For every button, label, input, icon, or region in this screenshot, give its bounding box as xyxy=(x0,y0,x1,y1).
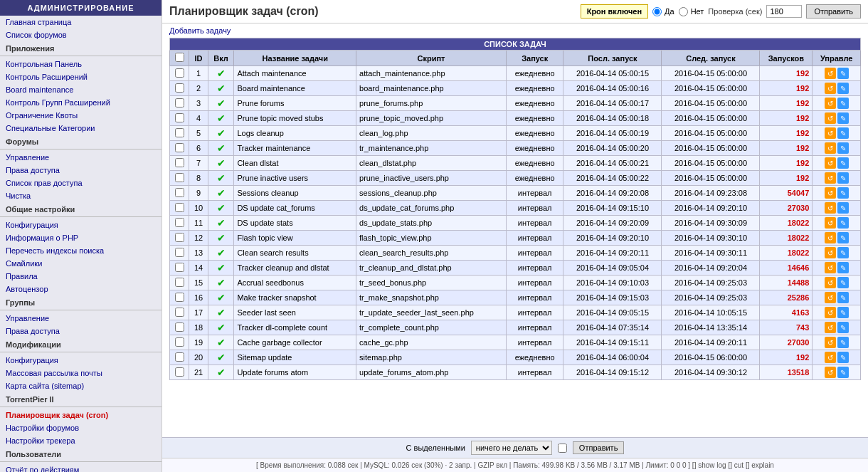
row-refresh-button[interactable]: ↺ xyxy=(825,292,836,303)
row-checkbox[interactable] xyxy=(175,143,184,152)
row-refresh-button[interactable]: ↺ xyxy=(825,277,836,288)
sidebar-item-контрольная-панель[interactable]: Контрольная Панель xyxy=(0,58,162,70)
row-checkbox[interactable] xyxy=(175,337,184,347)
row-edit-button[interactable]: ✎ xyxy=(837,172,849,184)
row-checkbox[interactable] xyxy=(175,113,184,122)
sidebar-item-управление[interactable]: Управление xyxy=(0,312,162,325)
row-refresh-button[interactable]: ↺ xyxy=(825,112,836,124)
sidebar-item-перечесть-индексы-поиска[interactable]: Перечесть индексы поиска xyxy=(0,244,162,257)
row-edit-button[interactable]: ✎ xyxy=(837,98,849,109)
row-edit-button[interactable]: ✎ xyxy=(837,112,849,124)
row-checkbox[interactable] xyxy=(175,293,184,302)
row-edit-button[interactable]: ✎ xyxy=(837,352,849,363)
row-edit-button[interactable]: ✎ xyxy=(837,322,849,333)
row-edit-button[interactable]: ✎ xyxy=(837,127,849,139)
sidebar-item-настройки-форумов[interactable]: Настройки форумов xyxy=(0,421,162,434)
row-refresh-button[interactable]: ↺ xyxy=(825,232,836,243)
row-checkbox[interactable] xyxy=(175,248,184,257)
row-checkbox[interactable] xyxy=(175,278,184,287)
sidebar-item-управление[interactable]: Управление xyxy=(0,151,162,164)
row-edit-button[interactable]: ✎ xyxy=(837,157,849,169)
row-refresh-button[interactable]: ↺ xyxy=(825,83,836,94)
sidebar-item-смайлики[interactable]: Смайлики xyxy=(0,257,162,270)
row-checkbox[interactable] xyxy=(175,352,184,362)
sidebar-item-карта-сайта-sitemap[interactable]: Карта сайта (sitemap) xyxy=(0,379,162,392)
sidebar-item-контроль-групп-расширений[interactable]: Контроль Групп Расширений xyxy=(0,96,162,109)
row-checkbox[interactable] xyxy=(175,188,184,197)
sidebar-item-массовая-рассылка-почты[interactable]: Массовая рассылка почты xyxy=(0,367,162,379)
select-all-checkbox[interactable] xyxy=(175,53,184,62)
row-edit-button[interactable]: ✎ xyxy=(837,142,849,154)
row-edit-button[interactable]: ✎ xyxy=(837,367,849,378)
row-refresh-button[interactable]: ↺ xyxy=(825,142,836,154)
row-checkbox[interactable] xyxy=(175,367,184,377)
row-checkbox[interactable] xyxy=(175,322,184,332)
row-refresh-button[interactable]: ↺ xyxy=(825,262,836,273)
row-edit-button[interactable]: ✎ xyxy=(837,202,849,214)
sidebar-item-информация-о-php[interactable]: Информация о PHP xyxy=(0,231,162,244)
sidebar-item-конфигурация[interactable]: Конфигурация xyxy=(0,219,162,231)
row-refresh-button[interactable]: ↺ xyxy=(825,217,836,229)
row-edit-button[interactable]: ✎ xyxy=(837,337,849,348)
row-refresh-button[interactable]: ↺ xyxy=(825,247,836,258)
sidebar-item-чистка[interactable]: Чистка xyxy=(0,189,162,202)
row-checkbox[interactable] xyxy=(175,68,184,78)
row-edit-button[interactable]: ✎ xyxy=(837,262,849,273)
sidebar-item-автоцензор[interactable]: Автоцензор xyxy=(0,283,162,295)
row-refresh-button[interactable]: ↺ xyxy=(825,337,836,348)
action-select[interactable]: ничего не делать xyxy=(471,441,552,455)
row-refresh-button[interactable]: ↺ xyxy=(825,202,836,214)
row-edit-button[interactable]: ✎ xyxy=(837,217,849,229)
sidebar-item-отчёт-по-действиям[interactable]: Отчёт по действиям xyxy=(0,463,162,472)
sidebar-item-специальные-категории[interactable]: Специальные Категории xyxy=(0,122,162,135)
row-checkbox[interactable] xyxy=(175,218,184,227)
sidebar-item-главная-страница[interactable]: Главная страница xyxy=(0,16,162,28)
sidebar-item-настройки-трекера[interactable]: Настройки трекера xyxy=(0,434,162,447)
row-refresh-button[interactable]: ↺ xyxy=(825,68,836,79)
sidebar-item-контроль-расширений[interactable]: Контроль Расширений xyxy=(0,70,162,83)
row-refresh-button[interactable]: ↺ xyxy=(825,367,836,378)
row-checkbox[interactable] xyxy=(175,263,184,272)
sidebar-item-board-maintenance[interactable]: Board maintenance xyxy=(0,83,162,96)
sidebar-item-правила[interactable]: Правила xyxy=(0,270,162,283)
add-task-link[interactable]: Добавить задачу xyxy=(169,26,231,35)
row-edit-button[interactable]: ✎ xyxy=(837,232,849,243)
row-refresh-button[interactable]: ↺ xyxy=(825,322,836,333)
row-refresh-button[interactable]: ↺ xyxy=(825,98,836,109)
cron-no-radio[interactable] xyxy=(679,7,688,16)
row-edit-button[interactable]: ✎ xyxy=(837,277,849,288)
row-checkbox[interactable] xyxy=(175,233,184,242)
row-edit-button[interactable]: ✎ xyxy=(837,68,849,79)
bottom-send-button[interactable]: Отправить xyxy=(573,441,625,454)
row-refresh-button[interactable]: ↺ xyxy=(825,307,836,318)
row-edit-button[interactable]: ✎ xyxy=(837,187,849,199)
sidebar-item-конфигурация[interactable]: Конфигурация xyxy=(0,354,162,367)
row-refresh-button[interactable]: ↺ xyxy=(825,127,836,139)
sidebar-item-список-прав-доступа[interactable]: Список прав доступа xyxy=(0,177,162,189)
row-refresh-button[interactable]: ↺ xyxy=(825,352,836,363)
row-refresh-button[interactable]: ↺ xyxy=(825,172,836,184)
check-input[interactable] xyxy=(766,5,802,18)
cron-yes-radio[interactable] xyxy=(652,7,662,16)
topbar-send-button[interactable]: Отправить xyxy=(806,4,861,19)
row-refresh-button[interactable]: ↺ xyxy=(825,187,836,199)
row-checkbox[interactable] xyxy=(175,203,184,212)
row-edit-button[interactable]: ✎ xyxy=(837,307,849,318)
row-checkbox[interactable] xyxy=(175,98,184,107)
row-edit-button[interactable]: ✎ xyxy=(837,292,849,303)
sidebar-item-права-доступа[interactable]: Права доступа xyxy=(0,325,162,337)
row-refresh-button[interactable]: ↺ xyxy=(825,157,836,169)
sidebar-item-список-форумов[interactable]: Список форумов xyxy=(0,28,162,41)
row-checkbox[interactable] xyxy=(175,158,184,167)
sidebar-item-ограничение-квоты[interactable]: Ограничение Квоты xyxy=(0,109,162,122)
row-checkbox[interactable] xyxy=(175,308,184,317)
row-edit-button[interactable]: ✎ xyxy=(837,83,849,94)
row-edit-button[interactable]: ✎ xyxy=(837,247,849,258)
bottom-checkbox[interactable] xyxy=(558,444,567,453)
sidebar-item-планировщик-задач-cron[interactable]: Планировщик задач (cron) xyxy=(0,409,162,421)
sidebar-item-права-доступа[interactable]: Права доступа xyxy=(0,164,162,177)
row-checkbox[interactable] xyxy=(175,83,184,93)
row-checkbox[interactable] xyxy=(175,128,184,137)
cron-enabled-button[interactable]: Крон включен xyxy=(581,4,648,19)
row-checkbox[interactable] xyxy=(175,173,184,182)
